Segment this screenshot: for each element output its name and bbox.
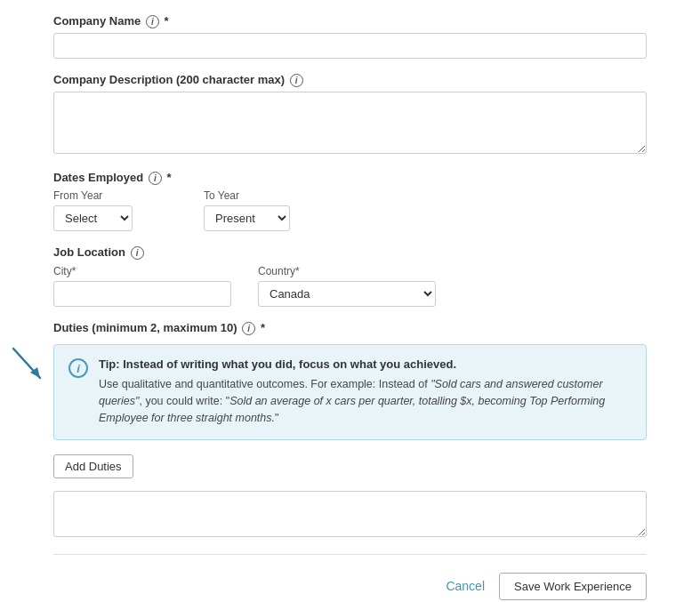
job-location-info-icon[interactable]: i	[131, 246, 144, 260]
city-field: City*	[53, 265, 231, 307]
country-select[interactable]: Canada United States United Kingdom Aust…	[258, 281, 436, 307]
city-input[interactable]	[53, 281, 231, 307]
tip-info-icon: i	[68, 358, 88, 378]
tip-body: Use qualitative and quantitative outcome…	[99, 376, 632, 426]
tip-box: i Tip: Instead of writing what you did, …	[53, 344, 647, 439]
save-button[interactable]: Save Work Experience	[499, 573, 647, 600]
tip-title: Tip: Instead of writing what you did, fo…	[99, 357, 632, 371]
company-name-label: Company Name i *	[53, 14, 647, 28]
from-year-select[interactable]: Select 2024 2023 2022 2021 2020 2019 201…	[53, 205, 133, 231]
tip-container: i Tip: Instead of writing what you did, …	[53, 344, 647, 439]
job-location-group: Job Location i City* Country* Canada Uni…	[53, 245, 647, 307]
duties-info-icon[interactable]: i	[242, 322, 255, 335]
country-label: Country*	[258, 265, 436, 277]
company-name-info-icon[interactable]: i	[146, 15, 159, 28]
dates-employed-info-icon[interactable]: i	[149, 172, 162, 185]
arrow-indicator	[9, 344, 49, 384]
city-label: City*	[53, 265, 231, 277]
company-name-input[interactable]	[53, 33, 647, 59]
from-year-label: From Year	[53, 189, 133, 202]
duties-label: Duties (minimum 2, maximum 10) i *	[53, 321, 647, 335]
company-name-group: Company Name i *	[53, 14, 647, 59]
cancel-button[interactable]: Cancel	[442, 574, 488, 598]
dates-row: From Year Select 2024 2023 2022 2021 202…	[53, 189, 647, 231]
location-row: City* Country* Canada United States Unit…	[53, 265, 647, 307]
dates-employed-label: Dates Employed i *	[53, 171, 647, 185]
divider	[53, 554, 647, 555]
country-field: Country* Canada United States United Kin…	[258, 265, 436, 307]
to-year-select[interactable]: Present 2024 2023 2022 2021 2020 2019	[204, 205, 290, 231]
company-description-label: Company Description (200 character max) …	[53, 73, 647, 87]
dates-employed-group: Dates Employed i * From Year Select 2024…	[53, 171, 647, 231]
company-description-textarea[interactable]	[53, 92, 647, 154]
tip-content: Tip: Instead of writing what you did, fo…	[99, 357, 632, 426]
add-duties-button[interactable]: Add Duties	[53, 454, 133, 478]
duties-textarea[interactable]	[53, 491, 647, 537]
company-description-group: Company Description (200 character max) …	[53, 73, 647, 157]
to-year-field: To Year Present 2024 2023 2022 2021 2020…	[204, 189, 290, 231]
from-year-field: From Year Select 2024 2023 2022 2021 202…	[53, 189, 133, 231]
job-location-label: Job Location i	[53, 245, 647, 260]
duties-group: Duties (minimum 2, maximum 10) i * i Tip…	[53, 321, 647, 539]
form-actions: Cancel Save Work Experience	[53, 573, 647, 600]
to-year-label: To Year	[204, 189, 290, 202]
company-description-info-icon[interactable]: i	[290, 74, 303, 87]
